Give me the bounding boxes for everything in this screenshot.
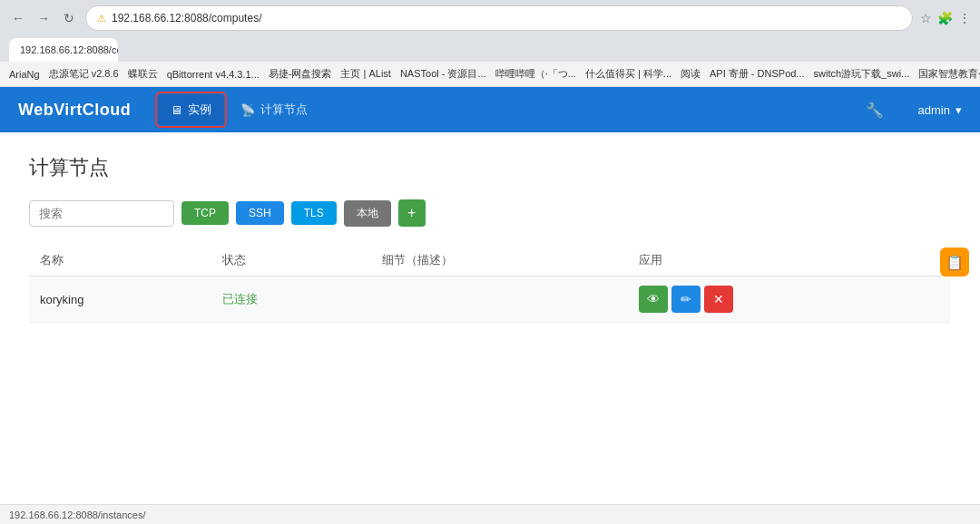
status-url: 192.168.66.12:8088/instances/ [9,509,145,520]
bookmark-dielianyun[interactable]: 蝶联云 [128,67,158,81]
lock-icon: ⚠ [97,13,106,24]
star-icon[interactable]: ☆ [920,11,932,25]
search-bar: TCP SSH TLS 本地 + [29,199,951,227]
user-icon: 👤 [898,103,913,117]
app-logo: WebVirtCloud [18,101,131,120]
row-detail [371,277,629,323]
nav-tab-computes-label: 计算节点 [260,102,308,118]
bookmark-edu[interactable]: 国家智慧教育公共... [918,67,980,81]
bookmarks-bar: AriaNg 忠源笔记 v2.8.6 蝶联云 qBittorrent v4.4.… [0,62,980,87]
col-detail: 细节（描述） [371,245,629,277]
computes-icon: 📡 [240,103,255,117]
bookmark-smzdm[interactable]: 什么值得买 | 科学... [585,67,671,81]
nav-tab-instances[interactable]: 🖥 实例 [158,94,224,125]
menu-icon[interactable]: ⋮ [958,11,971,25]
extensions-icon[interactable]: 🧩 [937,11,953,25]
ssh-button[interactable]: SSH [236,201,284,225]
nav-tab-computes[interactable]: 📡 计算节点 [228,94,320,125]
browser-chrome: ← → ↻ ⚠ 192.168.66.12:8088/computes/ ☆ 🧩… [0,0,980,62]
row-status: 已连接 [211,277,370,323]
settings-icon[interactable]: 🔧 [866,102,884,119]
delete-button[interactable]: ✕ [704,286,733,313]
bookmark-yijie[interactable]: 易捷-网盘搜索 [269,67,332,81]
row-actions: 👁 ✏ ✕ [628,277,951,323]
bookmark-qbittorrent[interactable]: qBittorrent v4.4.3.1... [167,69,260,80]
compute-nodes-table: 名称 状态 细节（描述） 应用 koryking 已连接 👁 ✏ ✕ [29,245,951,323]
status-connected-badge: 已连接 [222,292,258,306]
bookmark-notes[interactable]: 忠源笔记 v2.8.6 [49,67,119,81]
main-content: 计算节点 TCP SSH TLS 本地 + 名称 状态 细节（描述） 应用 ko… [0,132,980,495]
table-row: koryking 已连接 👁 ✏ ✕ [29,277,951,323]
local-button[interactable]: 本地 [344,200,391,227]
header-right: 🔧 👤 admin ▾ [866,102,962,119]
browser-toolbar: ← → ↻ ⚠ 192.168.66.12:8088/computes/ ☆ 🧩… [0,0,980,33]
tcp-button[interactable]: TCP [181,201,229,225]
url-text: 192.168.66.12:8088/computes/ [112,12,261,24]
col-name: 名称 [29,245,211,277]
add-button[interactable]: + [398,199,426,227]
col-actions: 应用 [628,245,951,277]
bookmark-api[interactable]: API 寄册 - DNSPod... [710,67,805,81]
float-notification-icon[interactable]: 📋 [940,247,969,277]
refresh-button[interactable]: ↻ [60,9,78,27]
notification-icon: 📋 [946,254,964,271]
instances-icon: 🖥 [171,103,182,117]
address-bar[interactable]: ⚠ 192.168.66.12:8088/computes/ [85,5,913,31]
nav-tabs: 🖥 实例 📡 计算节点 [158,94,865,125]
app-header: WebVirtCloud 🖥 实例 📡 计算节点 🔧 👤 admin ▾ [0,87,980,132]
status-bar: 192.168.66.12:8088/instances/ [0,504,980,524]
nav-tab-instances-label: 实例 [188,102,211,118]
username-label: admin [918,103,950,117]
browser-right-icons: ☆ 🧩 ⋮ [920,11,971,25]
active-tab[interactable]: 192.168.66.12:8088/computes/ [9,38,118,62]
browser-tabs: 192.168.66.12:8088/computes/ [0,33,980,62]
bookmark-bilibili[interactable]: 哔哩哔哩（·「つ... [495,67,576,81]
row-name: koryking [29,277,211,323]
forward-button[interactable]: → [34,9,53,27]
action-buttons: 👁 ✏ ✕ [639,286,940,313]
tls-button[interactable]: TLS [291,201,337,225]
table-header-row: 名称 状态 细节（描述） 应用 [29,245,951,277]
view-button[interactable]: 👁 [639,286,668,313]
user-dropdown-icon: ▾ [956,103,962,117]
search-input[interactable] [29,200,174,227]
user-menu[interactable]: 👤 admin ▾ [898,103,962,117]
bookmark-yuedu[interactable]: 阅读 [681,67,701,81]
bookmark-nastool[interactable]: NASTool - 资源目... [400,67,486,81]
bookmark-ariang[interactable]: AriaNg [9,69,40,80]
bookmark-alist[interactable]: 主页 | AList [340,67,390,81]
page-title: 计算节点 [29,154,951,181]
edit-button[interactable]: ✏ [671,286,701,313]
back-button[interactable]: ← [9,9,27,27]
col-status: 状态 [211,245,370,277]
bookmark-switch[interactable]: switch游玩下载_swi... [814,67,910,81]
